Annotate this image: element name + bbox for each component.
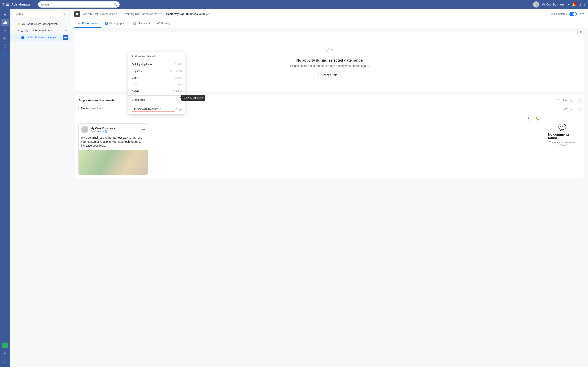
feed-prev-button[interactable]: ‹ [569, 107, 574, 112]
ad-card-business-info: My Cool Business Sponsored · 🌐 [90, 127, 115, 133]
copy-shortcut: Ctrl+C [175, 76, 182, 79]
breadcrumb-item-1[interactable]: Post: "My Cool Business is the p..." [82, 13, 120, 16]
ad-prev-button[interactable]: ‹ [569, 98, 574, 103]
dropdown-chevron-icon[interactable]: ▼ [567, 3, 570, 6]
delete-label: Delete [132, 90, 139, 93]
collapse-panel-button[interactable]: ◀ [1, 11, 9, 18]
context-menu: Actions for this ad Quickly duplicate Ct… [128, 52, 185, 115]
tabs-bar: 📈 Performance 👥 Demographics 📋 Placement… [71, 19, 588, 28]
search-box: 🔍 [38, 1, 120, 8]
feed-pagination: 1 of 7 ‹ › [562, 107, 581, 112]
tree-item-level1[interactable]: ▼ 📁 My Cool Business is ther perfect ...… [10, 21, 71, 27]
hamburger-menu[interactable]: ☰ [6, 2, 9, 7]
help-icon[interactable]: ? [584, 3, 586, 6]
ad-card-header: 🏢 My Cool Business Sponsored · 🌐 [79, 124, 148, 136]
chevron-down-icon: ▼ [17, 30, 19, 32]
panel-search-icon: 🔍 [63, 12, 66, 16]
breadcrumb-item-2[interactable]: Post: "My Cool Business is the p..." [124, 13, 162, 16]
svg-rect-3 [6, 22, 7, 24]
feed-selector-label: Mobile News Feed [81, 107, 103, 110]
placement-tab-icon: 📋 [133, 22, 136, 25]
preview-ad-main: ↻ 🐛 🏢 My Cool Business Sponsored [78, 115, 541, 175]
search-icon: 🔍 [114, 3, 117, 6]
audience-icon[interactable]: 👤 [1, 51, 9, 59]
check2-button[interactable]: ✓ [1, 358, 9, 365]
check1-button[interactable]: ✓ [1, 350, 9, 357]
ad-card-more-icon[interactable]: ••• [141, 128, 145, 132]
breadcrumb-sep: › [121, 13, 122, 16]
svg-rect-6 [76, 14, 77, 15]
top-navigation: f ☰ Ads Manager 🔍 🏢 My Cool Business ▼ 🔔… [0, 0, 588, 9]
external-link-icon[interactable]: ↗ [554, 99, 556, 102]
panel-search-box: 🔍 [12, 11, 68, 17]
facebook-logo: f [2, 2, 4, 7]
no-activity-title: No activity during selected date range [296, 58, 363, 63]
ad-id-badge: ID: 23844484443030615 [132, 107, 174, 112]
add-button[interactable]: + [2, 342, 8, 348]
search-input[interactable] [40, 3, 114, 6]
tree-container: ▼ 📁 My Cool Business is ther perfect ...… [10, 19, 71, 367]
context-menu-id-row: ID: 23844484443030615 Copy [129, 105, 185, 114]
context-menu-quickly-duplicate[interactable]: Quickly duplicate Ctrl+D [129, 61, 185, 68]
context-menu-header: Actions for this ad [129, 53, 185, 60]
campaigns-icon[interactable] [1, 19, 9, 26]
panel-search-input[interactable] [15, 12, 61, 16]
settings-icon[interactable]: ⚙ [579, 3, 581, 7]
breadcrumb-icon [74, 11, 80, 17]
left-icon-bar: ◀ ✏ 🔍 ⏱ 👤 + ✓ ✓ [0, 9, 10, 367]
preview-ad-layout: ↻ 🐛 🏢 My Cool Business Sponsored [78, 115, 581, 175]
breadcrumb-item-3[interactable]: Post: "My Cool Business is the ..." [166, 12, 210, 16]
breadcrumb-sep-2: › [164, 13, 165, 16]
tab-placement[interactable]: 📋 Placement [130, 19, 153, 28]
no-activity-icon [323, 44, 336, 55]
tab-performance[interactable]: 📈 Performance [74, 19, 102, 28]
duplicate-shortcut: Ctrl+Shift+D [169, 70, 182, 73]
tree-item-menu-highlighted-icon[interactable]: ••• [63, 35, 68, 40]
duplicate-label: Duplicate [132, 69, 143, 73]
tab-demographics[interactable]: 👥 Demographics [102, 19, 130, 28]
dropdown-button[interactable]: ▼ [577, 29, 584, 35]
context-menu-duplicate[interactable]: Duplicate Ctrl+Shift+D [129, 68, 185, 75]
main-content: Post: "My Cool Business is the p..." › P… [71, 9, 588, 367]
tree-item-menu-icon[interactable]: ••• [64, 22, 68, 26]
ad-next-button[interactable]: › [576, 98, 581, 103]
change-date-button[interactable]: Change Date [318, 72, 341, 78]
status-toggle[interactable] [570, 12, 577, 16]
ad-sponsored-label: Sponsored · 🌐 [90, 130, 115, 133]
ad-count-text: 1 of 1 ad [558, 99, 568, 102]
breadcrumb: Post: "My Cool Business is the p..." › P… [71, 9, 588, 19]
breadcrumb-more-icon[interactable]: ••• [579, 11, 585, 17]
notifications-icon[interactable]: 🔔 2 [572, 3, 576, 7]
debug-preview-button[interactable]: 🐛 [534, 115, 541, 122]
history-icon[interactable]: ⏱ [1, 43, 9, 50]
tree-item-menu-icon[interactable]: ••• [64, 29, 68, 33]
context-menu-delete[interactable]: Delete Ctrl+Del [129, 88, 185, 95]
tree-item-level2[interactable]: ▼ 🖼 My Cool Business is therf... ••• [10, 27, 71, 34]
panel-search-container: 🔍 [10, 9, 71, 19]
status-dot [551, 13, 553, 15]
search-icon[interactable]: 🔍 [1, 35, 9, 42]
copy-id-button[interactable]: Copy [176, 108, 182, 111]
paste-shortcut: Ctrl+V [175, 83, 182, 86]
no-comments-description: There are no comments on this ad. [548, 141, 577, 147]
main-layout: ◀ ✏ 🔍 ⏱ 👤 + ✓ ✓ 🔍 ▼ 📁 My Cool Business i… [0, 9, 588, 367]
edit-icon[interactable]: ✏ [1, 27, 9, 34]
copy-to-clipboard-tooltip: Copy to clipboard [181, 95, 205, 101]
ad-set-icon: 🖼 [20, 29, 24, 32]
feed-selector[interactable]: Mobile News Feed ▾ [78, 105, 108, 111]
context-menu-create-rule[interactable]: Create rule [129, 96, 185, 103]
feed-selector-chevron-icon: ▾ [104, 107, 106, 110]
no-comments-title: No comments found [548, 133, 577, 140]
svg-rect-1 [4, 22, 5, 24]
feed-next-button[interactable]: › [576, 107, 581, 112]
ad-business-name: My Cool Business [90, 127, 115, 130]
quickly-duplicate-shortcut: Ctrl+D [175, 63, 182, 66]
ad-card: 🏢 My Cool Business Sponsored · 🌐 [78, 123, 148, 175]
tree-item-label: My Cool Business is ther perfect ... [22, 23, 64, 25]
delete-shortcut: Ctrl+Del [173, 90, 182, 93]
context-menu-copy[interactable]: Copy Ctrl+C [129, 75, 185, 81]
tab-delivery[interactable]: 🚀 Delivery [153, 19, 174, 28]
notification-badge: 2 [574, 2, 577, 5]
refresh-preview-button[interactable]: ↻ [526, 115, 532, 122]
tree-item-level3-active[interactable]: 🔵 My Cool Business is ther pe... ••• [10, 34, 71, 41]
